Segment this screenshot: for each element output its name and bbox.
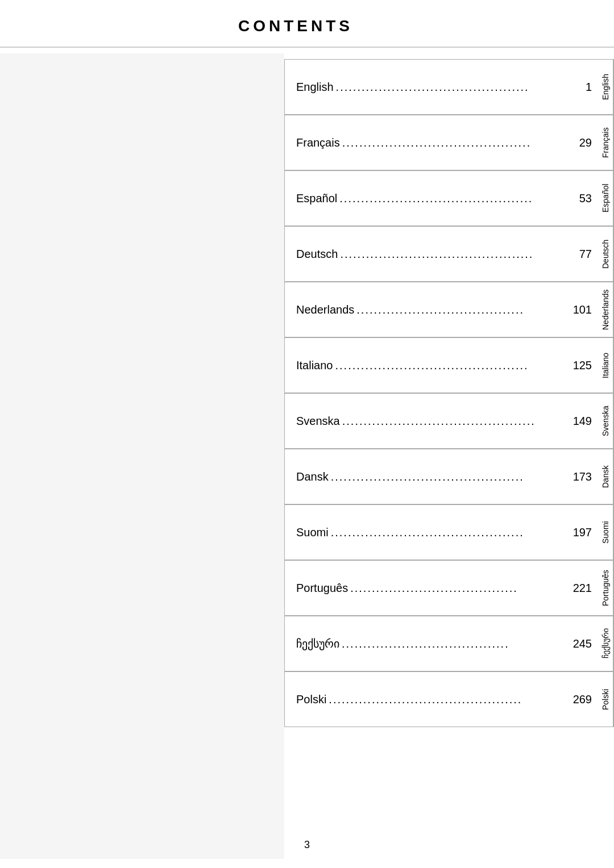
toc-rotated-label: Español xyxy=(598,171,613,226)
page-number: 3 xyxy=(304,839,310,851)
toc-page: 125 xyxy=(569,359,592,372)
toc-language: Deutsch xyxy=(296,248,338,261)
toc-language: Dansk xyxy=(296,470,329,483)
toc-item[interactable]: Español.................................… xyxy=(284,170,614,226)
toc-page: 101 xyxy=(569,303,592,316)
toc-item[interactable]: Italiano................................… xyxy=(284,337,614,393)
toc-language: Polski xyxy=(296,693,326,706)
toc-item[interactable]: Dansk...................................… xyxy=(284,449,614,504)
toc-page: 53 xyxy=(569,192,592,205)
toc-dots: ........................................… xyxy=(340,415,569,428)
toc-dots: ....................................... xyxy=(354,303,569,316)
toc-language: Svenska xyxy=(296,415,340,428)
toc-dots: ........................................… xyxy=(340,136,569,149)
toc-rotated-label: Deutsch xyxy=(598,227,613,281)
toc-rotated-label: Svenska xyxy=(598,394,613,448)
toc-language: Suomi xyxy=(296,526,329,539)
toc-page: 149 xyxy=(569,415,592,428)
toc-item[interactable]: Deutsch.................................… xyxy=(284,226,614,282)
toc-item[interactable]: Français................................… xyxy=(284,115,614,170)
page-title: CONTENTS xyxy=(23,17,591,35)
toc-page: 221 xyxy=(569,582,592,595)
left-blank-area xyxy=(0,53,284,859)
toc-language: Italiano xyxy=(296,359,333,372)
toc-rotated-label: Nederlands xyxy=(598,282,613,337)
toc-language: English xyxy=(296,81,334,94)
toc-item[interactable]: Svenska.................................… xyxy=(284,393,614,449)
toc-rotated-label: Português xyxy=(598,561,613,615)
toc-dots: ....................................... xyxy=(348,582,569,595)
toc-item[interactable]: English.................................… xyxy=(284,59,614,115)
toc-language: Português xyxy=(296,582,348,595)
toc-rotated-label: Français xyxy=(598,115,613,170)
toc-dots: ........................................… xyxy=(326,693,569,706)
toc-item[interactable]: Nederlands..............................… xyxy=(284,282,614,337)
toc-page: 197 xyxy=(569,526,592,539)
toc-page: 1 xyxy=(569,81,592,94)
toc-rotated-label: Italiano xyxy=(598,338,613,393)
toc-dots: ........................................… xyxy=(329,470,569,483)
toc-dots: ........................................… xyxy=(338,248,569,261)
toc-language: Nederlands xyxy=(296,303,354,316)
toc-dots: ........................................… xyxy=(334,81,569,94)
header: CONTENTS xyxy=(0,0,614,48)
toc-language: Français xyxy=(296,136,340,149)
toc-dots: ........................................… xyxy=(337,192,569,205)
toc-item[interactable]: Português...............................… xyxy=(284,560,614,616)
toc-page: 269 xyxy=(569,693,592,706)
toc-rotated-label: Suomi xyxy=(598,505,613,560)
toc-item[interactable]: Suomi...................................… xyxy=(284,504,614,560)
toc-page: 173 xyxy=(569,470,592,483)
page-container: CONTENTS English........................… xyxy=(0,0,614,868)
toc-dots: ....................................... xyxy=(339,637,569,650)
toc-page: 245 xyxy=(569,637,592,650)
toc-item[interactable]: ჩექსური.................................… xyxy=(284,616,614,671)
content-area: English.................................… xyxy=(0,48,614,859)
toc-rotated-label: ჩექსური xyxy=(598,616,613,671)
toc-rotated-label: Polski xyxy=(598,672,613,727)
toc-rotated-label: Dansk xyxy=(598,449,613,504)
toc-dots: ........................................… xyxy=(329,526,569,539)
toc-container: English.................................… xyxy=(284,53,614,859)
toc-page: 77 xyxy=(569,248,592,261)
toc-page: 29 xyxy=(569,136,592,149)
toc-rotated-label: English xyxy=(598,60,613,114)
toc-language: Español xyxy=(296,192,337,205)
toc-item[interactable]: Polski..................................… xyxy=(284,671,614,727)
toc-language: ჩექსური xyxy=(296,637,339,650)
toc-dots: ........................................… xyxy=(333,359,570,372)
